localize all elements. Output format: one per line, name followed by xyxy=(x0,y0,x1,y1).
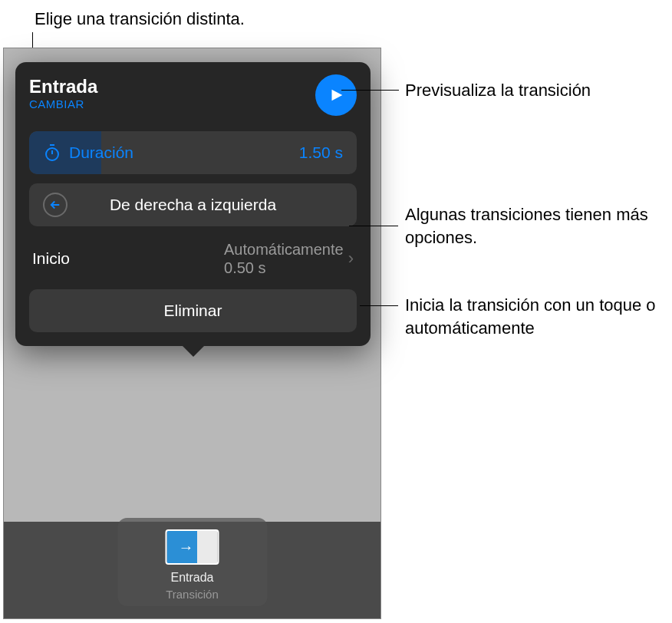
start-row[interactable]: Inicio Automáticamente 0.50 s › xyxy=(29,236,357,289)
direction-label: De derecha a izquierda xyxy=(110,196,276,214)
duration-value: 1.50 s xyxy=(299,143,343,162)
annotation-preview: Previsualiza la transición xyxy=(405,79,591,102)
start-label: Inicio xyxy=(32,249,70,268)
tile-subtitle: Transición xyxy=(166,588,219,601)
transition-popover: Entrada CAMBIAR Duración xyxy=(15,62,371,346)
transition-tile[interactable]: → Entrada Transición xyxy=(117,518,267,606)
callout-line-preview xyxy=(341,90,399,91)
preview-button[interactable] xyxy=(315,74,357,116)
screenshot-background: Entrada CAMBIAR Duración xyxy=(3,48,381,619)
popover-arrow xyxy=(181,344,206,357)
direction-button[interactable]: De derecha a izquierda xyxy=(29,183,357,226)
annotation-options: Algunas transiciones tienen más opciones… xyxy=(405,203,672,249)
start-delay: 0.50 s xyxy=(224,259,265,277)
duration-slider[interactable]: Duración 1.50 s xyxy=(29,131,357,174)
callout-line-start xyxy=(360,305,398,306)
timer-icon xyxy=(43,143,61,162)
delete-button[interactable]: Eliminar xyxy=(29,289,357,332)
transition-icon: → xyxy=(166,529,219,565)
callout-line-options xyxy=(349,226,398,226)
chevron-right-icon: › xyxy=(348,249,354,269)
tile-title: Entrada xyxy=(170,571,213,585)
arrow-right-icon: → xyxy=(179,539,194,556)
start-value: Automáticamente 0.50 s › xyxy=(224,240,354,277)
popover-title: Entrada xyxy=(29,76,97,97)
duration-label: Duración xyxy=(69,143,133,162)
arrow-left-icon xyxy=(43,193,68,217)
start-mode: Automáticamente xyxy=(224,240,344,259)
change-button[interactable]: CAMBIAR xyxy=(29,97,97,110)
annotation-change: Elige una transición distinta. xyxy=(35,9,245,29)
popover-header: Entrada CAMBIAR xyxy=(29,76,357,116)
annotation-start: Inicia la transición con un toque o auto… xyxy=(405,294,672,339)
title-block: Entrada CAMBIAR xyxy=(29,76,97,110)
